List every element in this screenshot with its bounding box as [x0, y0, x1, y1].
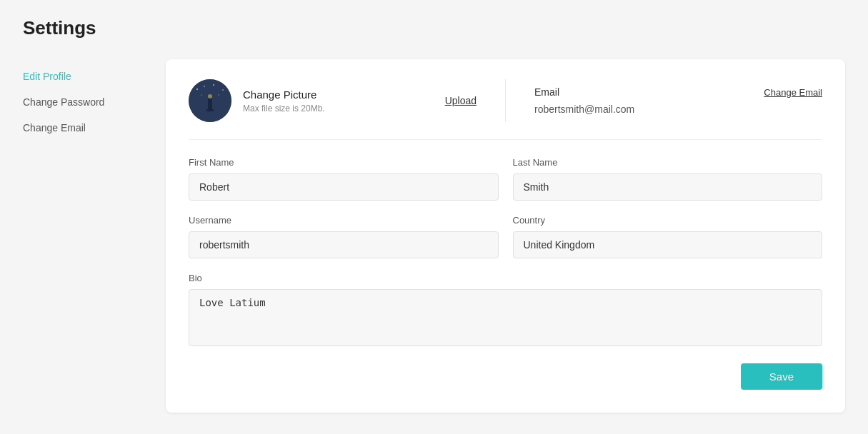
email-label: Email: [534, 86, 559, 98]
svg-point-1: [196, 89, 198, 90]
email-value: robertsmith@mail.com: [534, 104, 822, 115]
username-group: Username: [189, 215, 499, 258]
profile-top-section: Change Picture Max file size is 20Mb. Up…: [189, 79, 822, 140]
first-name-input[interactable]: [189, 173, 499, 201]
change-picture-section: Change Picture Max file size is 20Mb. Up…: [189, 79, 506, 122]
svg-point-2: [204, 86, 205, 87]
upload-link[interactable]: Upload: [445, 95, 477, 106]
country-group: Country: [513, 215, 823, 258]
first-name-label: First Name: [189, 157, 499, 168]
save-button[interactable]: Save: [741, 363, 822, 390]
bio-textarea[interactable]: [189, 289, 822, 346]
save-row: Save: [189, 363, 822, 390]
svg-point-10: [208, 94, 212, 99]
username-country-row: Username Country: [189, 215, 822, 258]
page-title: Settings: [23, 17, 845, 39]
svg-point-3: [213, 84, 214, 86]
change-email-link[interactable]: Change Email: [764, 87, 822, 98]
sidebar: Edit Profile Change Password Change Emai…: [23, 59, 166, 413]
svg-rect-7: [208, 99, 212, 111]
main-panel: Change Picture Max file size is 20Mb. Up…: [166, 59, 845, 413]
country-label: Country: [513, 215, 823, 226]
username-label: Username: [189, 215, 499, 226]
country-input[interactable]: [513, 231, 823, 258]
svg-point-5: [218, 94, 219, 95]
svg-point-6: [201, 94, 201, 95]
sidebar-item-change-password[interactable]: Change Password: [23, 91, 166, 113]
change-picture-sub: Max file size is 20Mb.: [243, 104, 325, 113]
last-name-label: Last Name: [513, 157, 823, 168]
upload-section: Change Picture Max file size is 20Mb. Up…: [243, 89, 477, 113]
svg-point-4: [222, 89, 224, 91]
email-section: Email Change Email robertsmith@mail.com: [506, 86, 822, 115]
change-picture-label: Change Picture: [243, 89, 325, 101]
sidebar-item-change-email[interactable]: Change Email: [23, 116, 166, 139]
last-name-input[interactable]: [513, 173, 823, 201]
svg-rect-9: [206, 109, 214, 111]
name-row: First Name Last Name: [189, 157, 822, 201]
first-name-group: First Name: [189, 157, 499, 201]
bio-label: Bio: [189, 273, 822, 283]
last-name-group: Last Name: [513, 157, 823, 201]
username-input[interactable]: [189, 231, 499, 258]
bio-group: Bio: [189, 273, 822, 346]
sidebar-item-edit-profile[interactable]: Edit Profile: [23, 65, 166, 88]
avatar: [189, 79, 231, 122]
